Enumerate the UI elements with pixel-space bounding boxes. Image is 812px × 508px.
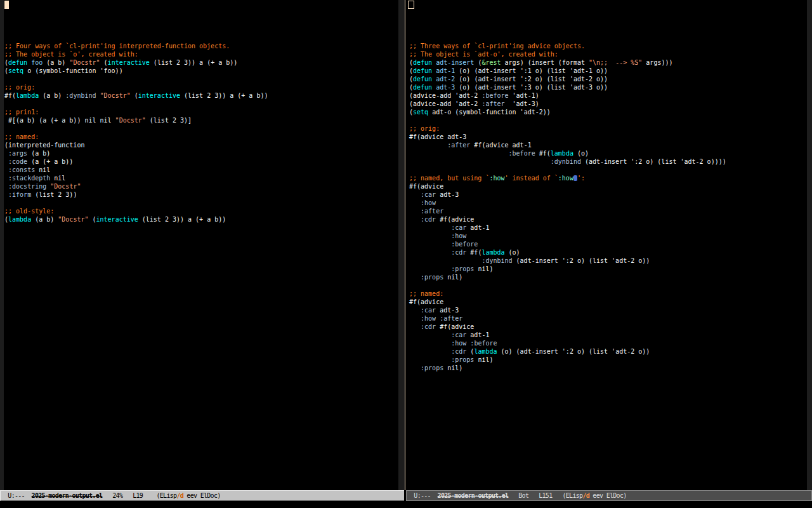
code-line: (setq adt-o (symbol-function 'adt-2)) xyxy=(409,108,726,116)
code-token: "Docstr" xyxy=(115,117,146,124)
code-token: adt-insert xyxy=(436,59,474,66)
code-token: "Docstr" xyxy=(58,216,88,223)
text-cursor-hollow xyxy=(408,1,414,9)
code-token: /d xyxy=(176,492,183,499)
code-line: ;; Four ways of `cl-print'ing interprete… xyxy=(4,42,268,50)
code-line: (interpreted-function xyxy=(4,141,268,149)
code-token: "Docstr" xyxy=(50,183,81,190)
code-token: "Docstr" xyxy=(69,59,100,66)
code-token: (advice-add 'adt-2 xyxy=(409,100,481,107)
code-line xyxy=(4,124,268,133)
code-line: :args (a b) xyxy=(4,149,268,157)
code-token: (list 2 3)) xyxy=(31,191,77,198)
code-token xyxy=(409,323,421,330)
code-token: :stackdepth xyxy=(8,175,50,182)
middle-fringe xyxy=(398,0,405,490)
code-token xyxy=(409,232,451,239)
code-line: :after xyxy=(409,207,726,215)
code-token: ( xyxy=(131,92,138,99)
code-line xyxy=(4,1,268,9)
code-token: :dynbind xyxy=(481,257,512,264)
code-token: :props xyxy=(451,356,474,363)
code-token: ( xyxy=(466,348,474,355)
code-line: #f(advice xyxy=(409,298,726,306)
code-token: nil) xyxy=(474,265,493,272)
code-line xyxy=(4,9,268,17)
code-line: ;; prin1: xyxy=(4,108,268,116)
code-token: (a b) xyxy=(39,92,65,99)
code-line: ;; orig: xyxy=(409,124,726,133)
code-line xyxy=(4,34,268,42)
code-line: :props nil) xyxy=(409,356,726,364)
code-token: :after xyxy=(447,142,470,149)
code-token: Bot L151 (ELisp xyxy=(508,492,582,499)
left-window-buffer-text[interactable]: ;; Four ways of `cl-print'ing interprete… xyxy=(4,1,268,224)
code-token: adt-1 xyxy=(466,331,489,338)
code-line xyxy=(4,75,268,83)
code-token: #f( xyxy=(4,92,16,99)
text-cursor-block xyxy=(4,1,9,9)
code-token: (o) xyxy=(573,150,589,157)
code-token: #f( xyxy=(466,249,481,256)
code-token: args) (insert (format xyxy=(501,59,589,66)
code-token: o (symbol-function 'foo)) xyxy=(23,67,123,74)
code-token: :props xyxy=(451,265,474,272)
right-modeline[interactable]: U:--- 2025-modern-output.el Bot L151 (EL… xyxy=(406,490,812,501)
code-token xyxy=(409,356,451,363)
code-token: 2025-modern-output.el xyxy=(32,492,103,499)
code-token: (advice-add 'adt-2 xyxy=(409,92,481,99)
window-divider[interactable] xyxy=(405,0,405,490)
code-line xyxy=(409,25,726,34)
code-token xyxy=(409,340,451,347)
code-token xyxy=(409,142,447,149)
code-token: defun xyxy=(413,84,432,91)
code-token: :how xyxy=(451,232,466,239)
code-token: ;; named: xyxy=(4,133,39,140)
left-modeline[interactable]: U:--- 2025-modern-output.el 24% L19 (ELi… xyxy=(0,490,404,501)
code-token: (adt-insert ':2 o) (list 'adt-2 o)) xyxy=(513,257,650,264)
code-token: (o) xyxy=(505,249,520,256)
code-token: :how xyxy=(421,199,436,206)
code-token: defun xyxy=(8,59,27,66)
code-token xyxy=(409,158,551,165)
code-token: &rest xyxy=(481,59,501,66)
code-line: :car adt-3 xyxy=(409,190,726,199)
code-token: nil xyxy=(35,166,50,173)
code-token: #f(advice xyxy=(409,298,443,305)
code-token: 2025-modern-output.el xyxy=(438,492,509,499)
code-token: #f(advice adt-3 xyxy=(409,133,466,140)
echo-area[interactable] xyxy=(0,501,812,508)
code-line: :before #f(lambda (o) xyxy=(409,149,726,157)
code-line: :cdr #f(lambda (o) xyxy=(409,248,726,257)
code-token: ' instead of ` xyxy=(505,175,558,182)
code-line: (lambda (a b) "Docstr" (interactive (lis… xyxy=(4,215,268,224)
code-token: ;; orig: xyxy=(409,125,440,132)
code-line: :docstring "Docstr" xyxy=(4,182,268,190)
code-token: :how xyxy=(489,175,504,182)
code-token: :before xyxy=(481,92,508,99)
code-token: U:--- xyxy=(4,492,32,499)
code-token xyxy=(409,274,421,281)
code-line: (advice-add 'adt-2 :before 'adt-1) xyxy=(409,91,726,100)
code-line: (defun adt-insert (&rest args) (insert (… xyxy=(409,58,726,67)
code-token: "\n;; --> %S" xyxy=(589,59,642,66)
code-token: ;; old-style: xyxy=(4,208,54,215)
code-token: eev ElDoc) xyxy=(589,492,627,499)
code-token: ;; Three ways of `cl-print'ing advice ob… xyxy=(409,43,585,50)
code-token: :car xyxy=(451,331,466,338)
code-line: ;; orig: xyxy=(4,83,268,91)
code-token: #f(advice xyxy=(436,323,474,330)
code-token: :cdr xyxy=(451,348,466,355)
code-token: defun xyxy=(413,76,432,83)
code-line xyxy=(409,34,726,42)
code-token: (adt-insert ':2 o) (list 'adt-2 o)))) xyxy=(581,158,726,165)
code-token: "Docstr" xyxy=(100,92,131,99)
code-line: :car adt-1 xyxy=(409,224,726,232)
code-line xyxy=(409,116,726,124)
code-token: :car xyxy=(421,191,436,198)
right-window-buffer-text[interactable]: ;; Three ways of `cl-print'ing advice ob… xyxy=(409,1,726,372)
code-token xyxy=(409,257,481,264)
code-line: #f(advice xyxy=(409,182,726,190)
code-token xyxy=(409,307,421,314)
code-token: adt-2 xyxy=(436,76,455,83)
